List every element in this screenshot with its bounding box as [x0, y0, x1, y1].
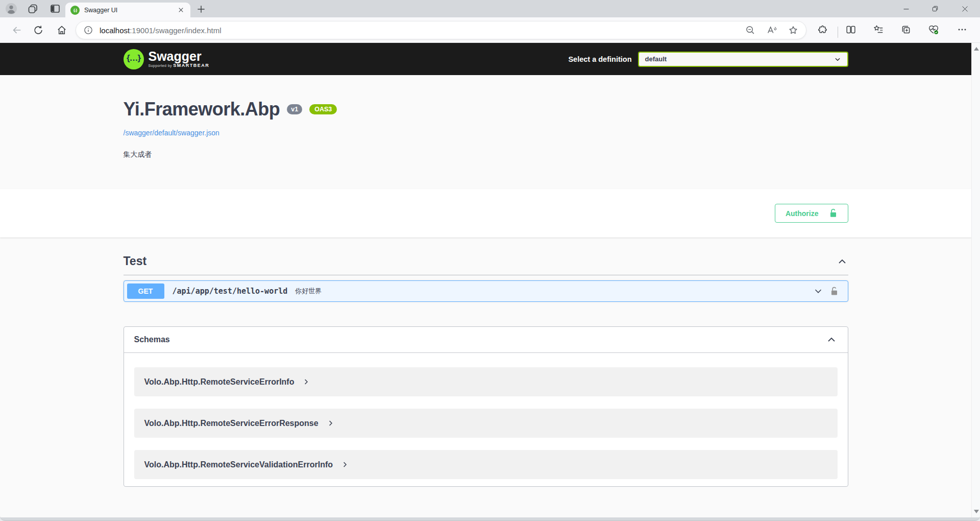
- refresh-icon[interactable]: [33, 25, 44, 36]
- select-definition-label: Select a definition: [568, 55, 631, 63]
- schema-row-remote-service-validation-error-info[interactable]: Volo.Abp.Http.RemoteServiceValidationErr…: [134, 450, 838, 479]
- split-screen-icon[interactable]: [845, 24, 856, 35]
- url-host: localhost: [100, 26, 130, 35]
- swagger-topbar: {…} Swagger Supported by SMARTBEAR Selec…: [0, 43, 971, 75]
- favorite-star-icon[interactable]: [788, 25, 799, 36]
- address-bar[interactable]: localhost:19001/swagger/index.html: [76, 21, 806, 39]
- operation-auth-lock-icon[interactable]: [830, 287, 839, 296]
- schema-name: Volo.Abp.Http.RemoteServiceErrorInfo: [144, 377, 295, 387]
- scroll-down-icon[interactable]: [974, 510, 979, 513]
- operation-get-hello-world[interactable]: GET /api/app/test/hello-world 你好世界: [124, 280, 848, 302]
- operation-summary: 你好世界: [295, 287, 322, 296]
- spec-json-link[interactable]: /swagger/default/swagger.json: [124, 129, 219, 137]
- browser-window: {..} Swagger UI: [0, 0, 980, 521]
- window-restore-icon[interactable]: [929, 3, 941, 14]
- schemas-box: Schemas Volo.Abp.Http.RemoteServiceError…: [124, 326, 848, 487]
- unlock-icon: [829, 208, 838, 218]
- url-text: localhost:19001/swagger/index.html: [100, 26, 221, 35]
- scroll-up-icon[interactable]: [974, 47, 979, 51]
- collections-icon[interactable]: [900, 24, 912, 35]
- window-minimize-icon[interactable]: [900, 3, 912, 14]
- page-scrollbar[interactable]: [971, 43, 980, 517]
- toolbar-divider: [838, 27, 838, 38]
- browser-essentials-icon[interactable]: [928, 24, 939, 35]
- more-options-icon[interactable]: [957, 24, 968, 35]
- tag-section: Test GET /api/app/test/hello-world 你好世界: [124, 238, 848, 302]
- authorize-label: Authorize: [786, 209, 819, 218]
- favorites-icon[interactable]: [873, 24, 884, 35]
- definition-select-value: default: [645, 55, 834, 63]
- scheme-container: Authorize: [0, 189, 971, 238]
- tag-header-test[interactable]: Test: [124, 254, 848, 275]
- new-tab-icon[interactable]: [196, 4, 206, 14]
- chevron-down-icon: [834, 56, 841, 63]
- window-close-icon[interactable]: [959, 3, 970, 14]
- logo-sub-brand: SMARTBEAR: [173, 63, 209, 68]
- browser-tab-swagger-ui[interactable]: {..} Swagger UI: [65, 3, 190, 17]
- chevron-right-icon: [341, 461, 349, 468]
- chevron-right-icon: [327, 419, 334, 427]
- oas3-badge: OAS3: [309, 104, 337, 115]
- schemas-title: Schemas: [134, 335, 170, 344]
- collapse-schemas-icon[interactable]: [825, 334, 838, 346]
- swagger-page: {…} Swagger Supported by SMARTBEAR Selec…: [0, 43, 971, 517]
- zoom-out-icon[interactable]: [745, 25, 756, 36]
- api-description: 集大成者: [124, 150, 848, 159]
- schema-row-remote-service-error-response[interactable]: Volo.Abp.Http.RemoteServiceErrorResponse: [134, 409, 838, 438]
- tab-strip: {..} Swagger UI: [0, 0, 980, 17]
- chevron-right-icon: [302, 378, 310, 386]
- tag-title: Test: [124, 254, 147, 268]
- authorize-button[interactable]: Authorize: [775, 204, 848, 223]
- logo-sub-prefix: Supported by: [149, 64, 172, 67]
- api-info-section: Yi.Framework.Abp v1 OAS3 /swagger/defaul…: [124, 75, 848, 189]
- tab-actions-icon[interactable]: [49, 3, 61, 15]
- schemas-header[interactable]: Schemas: [124, 327, 848, 353]
- schema-row-remote-service-error-info[interactable]: Volo.Abp.Http.RemoteServiceErrorInfo: [134, 367, 838, 396]
- browser-toolbar: localhost:19001/swagger/index.html: [0, 17, 980, 43]
- definition-select[interactable]: default: [638, 52, 848, 67]
- home-icon[interactable]: [56, 25, 67, 36]
- back-icon[interactable]: [11, 25, 22, 36]
- schema-name: Volo.Abp.Http.RemoteServiceErrorResponse: [144, 419, 318, 428]
- expand-operation-icon[interactable]: [813, 286, 824, 297]
- collapse-tag-icon[interactable]: [836, 255, 848, 268]
- method-badge: GET: [127, 283, 164, 299]
- schema-name: Volo.Abp.Http.RemoteServiceValidationErr…: [144, 460, 333, 469]
- schemas-section: Schemas Volo.Abp.Http.RemoteServiceError…: [124, 302, 848, 487]
- extensions-icon[interactable]: [818, 24, 829, 35]
- read-aloud-icon[interactable]: [766, 25, 777, 36]
- version-badge: v1: [287, 104, 302, 115]
- workspaces-icon[interactable]: [27, 3, 39, 15]
- tab-title: Swagger UI: [84, 7, 177, 14]
- swagger-favicon: {..}: [70, 6, 80, 15]
- profile-avatar-icon[interactable]: [5, 3, 17, 15]
- swagger-logo-icon: {…}: [124, 49, 144, 69]
- site-info-icon[interactable]: [83, 25, 93, 35]
- url-path: :19001/swagger/index.html: [130, 26, 221, 35]
- operation-path[interactable]: /api/app/test/hello-world: [173, 287, 288, 296]
- api-title: Yi.Framework.Abp: [124, 99, 280, 120]
- swagger-logo-text: Swagger: [149, 50, 210, 63]
- tab-close-icon[interactable]: [177, 6, 185, 14]
- swagger-logo[interactable]: {…} Swagger Supported by SMARTBEAR: [124, 49, 210, 69]
